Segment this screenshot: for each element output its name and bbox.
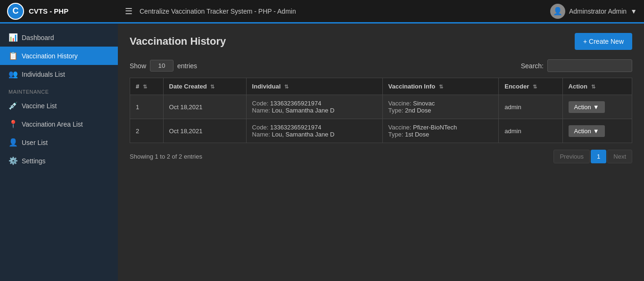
col-num[interactable]: # ⇅ (130, 78, 164, 95)
pagination-controls: Previous 1 Next (553, 150, 632, 163)
cell-action: Action ▼ (562, 95, 632, 119)
sidebar-item-label: Vaccine List (22, 102, 57, 110)
menu-toggle-icon[interactable]: ☰ (125, 6, 132, 16)
type-label: Type: (388, 107, 404, 114)
show-entries: Show 10 entries (130, 60, 197, 72)
settings-icon: ⚙️ (8, 156, 17, 165)
layout: 📊 Dashboard 📋 Vaccination History 👥 Indi… (0, 24, 644, 281)
action-button-2[interactable]: Action ▼ (569, 125, 605, 137)
sidebar-item-dashboard[interactable]: 📊 Dashboard (0, 28, 118, 47)
user-list-icon: 👤 (8, 138, 17, 147)
cell-vaccination-info: Vaccine: Pfizer-BioNTech Type: 1st Dose (382, 119, 499, 143)
brand-logo: C (7, 3, 24, 20)
entries-input[interactable]: 10 (150, 60, 173, 72)
cell-date: Oct 18,2021 (163, 119, 246, 143)
sidebar-item-vaccination-history[interactable]: 📋 Vaccination History (0, 47, 118, 65)
create-new-button[interactable]: + Create New (575, 33, 632, 50)
search-box: Search: (521, 59, 632, 72)
sidebar-item-vaccine-list[interactable]: 💉 Vaccine List (0, 96, 118, 115)
code-label: Code: (252, 124, 269, 131)
vaccine-list-icon: 💉 (8, 101, 17, 110)
page-1-button[interactable]: 1 (591, 150, 606, 163)
app-title: Centralize Vaccination Tracker System - … (140, 8, 550, 15)
brand: C CVTS - PHP (7, 3, 125, 20)
topbar: C CVTS - PHP ☰ Centralize Vaccination Tr… (0, 0, 644, 24)
pagination-info: Showing 1 to 2 of 2 entries (130, 153, 202, 160)
search-input[interactable] (547, 59, 632, 72)
individuals-icon: 👥 (8, 70, 17, 79)
sidebar-item-label: Settings (22, 157, 46, 165)
vaccine-label: Vaccine: (388, 100, 412, 107)
dashboard-icon: 📊 (8, 33, 17, 42)
col-action[interactable]: Action ⇅ (562, 78, 632, 95)
vaccine-value: Pfizer-BioNTech (413, 124, 457, 131)
col-date-created[interactable]: Date Created ⇅ (163, 78, 246, 95)
sidebar-item-label: User List (22, 139, 48, 146)
next-button[interactable]: Next (607, 150, 632, 163)
main-content: Vaccination History + Create New Show 10… (118, 24, 644, 281)
user-menu[interactable]: 👤 Adminstrator Admin ▼ (550, 4, 637, 19)
col-individual[interactable]: Individual ⇅ (246, 78, 382, 95)
sidebar-item-vaccination-area-list[interactable]: 📍 Vaccination Area List (0, 115, 118, 133)
sidebar-item-settings[interactable]: ⚙️ Settings (0, 152, 118, 170)
sidebar-item-label: Individuals List (22, 71, 65, 78)
pagination-area: Showing 1 to 2 of 2 entries Previous 1 N… (130, 150, 632, 163)
page-header: Vaccination History + Create New (130, 33, 632, 50)
user-dropdown-icon: ▼ (630, 8, 637, 15)
sidebar-item-label: Vaccination History (22, 52, 78, 60)
type-value: 2nd Dose (405, 107, 431, 114)
vaccine-value: Sinovac (413, 100, 435, 107)
code-value: 133632365921974 (270, 124, 321, 131)
vaccination-area-icon: 📍 (8, 120, 17, 128)
name-value: Lou, Samantha Jane D (272, 107, 335, 114)
cell-date: Oct 18,2021 (163, 95, 246, 119)
page-title: Vaccination History (130, 35, 226, 48)
sidebar-item-user-list[interactable]: 👤 User List (0, 133, 118, 152)
action-dropdown-icon: ▼ (593, 128, 599, 135)
code-value: 133632365921974 (270, 100, 321, 107)
table-row: 1 Oct 18,2021 Code: 133632365921974 Name… (130, 95, 632, 119)
code-label: Code: (252, 100, 269, 107)
user-name: Adminstrator Admin (569, 8, 627, 15)
cell-individual: Code: 133632365921974 Name: Lou, Samanth… (246, 95, 382, 119)
table-row: 2 Oct 18,2021 Code: 133632365921974 Name… (130, 119, 632, 143)
entries-label: entries (177, 62, 197, 70)
prev-button[interactable]: Previous (553, 150, 590, 163)
action-button-1[interactable]: Action ▼ (569, 101, 605, 113)
vaccination-history-icon: 📋 (8, 51, 17, 60)
vaccine-label: Vaccine: (388, 124, 412, 131)
name-value: Lou, Samantha Jane D (272, 131, 335, 138)
col-encoder[interactable]: Encoder ⇅ (499, 78, 562, 95)
cell-num: 1 (130, 95, 164, 119)
search-label: Search: (521, 62, 544, 70)
data-table: # ⇅ Date Created ⇅ Individual ⇅ Vaccinat… (130, 78, 632, 143)
avatar: 👤 (550, 4, 565, 19)
name-label: Name: (252, 107, 270, 114)
table-header-row: # ⇅ Date Created ⇅ Individual ⇅ Vaccinat… (130, 78, 632, 95)
cell-encoder: admin (499, 119, 562, 143)
show-label: Show (130, 62, 146, 70)
cell-action: Action ▼ (562, 119, 632, 143)
name-label: Name: (252, 131, 270, 138)
cell-encoder: admin (499, 95, 562, 119)
sidebar: 📊 Dashboard 📋 Vaccination History 👥 Indi… (0, 24, 118, 281)
action-dropdown-icon: ▼ (593, 104, 599, 111)
cell-vaccination-info: Vaccine: Sinovac Type: 2nd Dose (382, 95, 499, 119)
cell-individual: Code: 133632365921974 Name: Lou, Samanth… (246, 119, 382, 143)
maintenance-section-label: Maintenance (0, 83, 118, 96)
sidebar-item-individuals-list[interactable]: 👥 Individuals List (0, 65, 118, 83)
type-value: 1st Dose (405, 131, 429, 138)
cell-num: 2 (130, 119, 164, 143)
sidebar-item-label: Vaccination Area List (22, 120, 83, 128)
brand-name: CVTS - PHP (29, 7, 68, 15)
col-vaccination-info[interactable]: Vaccination Info ⇅ (382, 78, 499, 95)
type-label: Type: (388, 131, 404, 138)
table-controls: Show 10 entries Search: (130, 59, 632, 72)
sidebar-item-label: Dashboard (22, 34, 54, 41)
